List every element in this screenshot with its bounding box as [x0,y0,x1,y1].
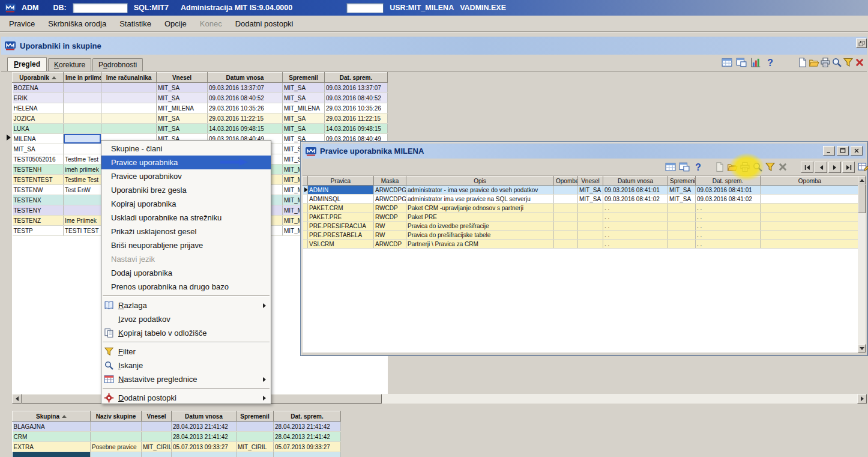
table-cell[interactable]: 28.04.2013 21:41:42 [274,422,341,432]
table-row[interactable]: ERIKMIT_SA09.03.2016 08:40:52MIT_SA09.03… [13,93,388,103]
table-cell[interactable]: ARWCDPG [374,195,406,204]
table-cell[interactable]: MIT_CIRIL [142,442,172,452]
menu-item-dodatni-postopki[interactable]: Dodatni postopki [101,391,271,405]
table-edit-icon[interactable] [858,162,868,172]
menu-item-skupine-lani[interactable]: Skupine - člani [101,142,271,156]
scroll-left-button[interactable] [12,394,22,404]
table-cell[interactable] [64,103,101,113]
table-cell[interactable]: 05.07.2013 09:33:27 [172,442,237,452]
table-cell[interactable]: ADMIN [308,186,374,195]
table-cell[interactable] [142,422,172,432]
table-cell[interactable]: ERIK [13,93,64,103]
table-cell[interactable]: 14.03.2016 09:48:15 [325,124,388,134]
table-cell[interactable] [274,452,341,457]
table-cell[interactable]: 28.04.2013 21:41:42 [274,432,341,442]
table-cell[interactable]: 09.03.2016 08:41:01 [696,186,761,195]
table-cell[interactable]: MIT_CIRIL [237,442,274,452]
table-cell[interactable] [554,231,578,240]
table-cell[interactable] [101,124,157,134]
column-header-opombe[interactable]: Opombe [554,177,578,186]
row-gutter-cell[interactable] [303,222,308,231]
column-header-dat-sprem[interactable]: Dat. sprem. [325,73,388,83]
table-cell[interactable] [91,452,142,457]
column-header-ime-ra-unalnika[interactable]: Ime računalnika [101,73,157,83]
table-row[interactable]: JOZICAMIT_SA29.03.2016 11:22:15MIT_SA29.… [13,113,388,124]
column-header-dat-sprem[interactable]: Dat. sprem. [274,411,341,422]
table-cell[interactable]: VSI.CRM [308,240,374,249]
column-header-datum-vnosa[interactable]: Datum vnosa [603,177,668,186]
menubar-item-pravice[interactable]: Pravice [2,17,41,31]
table-row[interactable]: HELENAMIT_MILENA29.03.2016 10:35:26MIT_M… [13,103,388,113]
new-document-icon[interactable] [797,57,808,68]
column-header-uporabnik[interactable]: Uporabnik [13,73,64,83]
tab-podrobnosti[interactable]: Podrobnosti [92,58,143,71]
scrollbar-thumb[interactable] [858,184,866,213]
table-cell[interactable]: . . [603,231,668,240]
search-icon[interactable] [752,162,763,172]
row-gutter-header[interactable] [303,177,308,186]
table-cell[interactable]: MILENA [13,134,64,144]
table-cell[interactable]: TEST05052016 [13,154,64,165]
menu-item-kopiraj-uporabnika[interactable]: Kopiraj uporabnika [101,197,271,211]
table-cell[interactable]: MIT_SA [157,124,208,134]
scroll-up-button[interactable] [858,176,866,184]
table-row[interactable]: BLAGAJNA28.04.2013 21:41:4228.04.2013 21… [13,422,341,432]
table-cell[interactable] [578,240,603,249]
table-export-icon[interactable] [665,162,676,172]
table-cell[interactable] [668,213,696,222]
table-cell[interactable] [761,195,860,204]
table-cell[interactable] [142,452,172,457]
minimize-button[interactable] [823,146,835,156]
table-cell[interactable]: RW [374,222,406,231]
table-cell[interactable]: MIT_SA [283,113,325,124]
table-cell[interactable] [237,422,274,432]
table-cell[interactable]: PAKET.CRM [308,204,374,213]
table-cell[interactable]: TestIme Test [64,154,101,165]
row-gutter-cell[interactable] [303,240,308,249]
table-cell[interactable] [101,113,157,124]
table-cell[interactable]: 29.03.2016 11:22:15 [208,113,283,124]
table-cell[interactable]: MIT_SA [283,124,325,134]
table-cell[interactable] [64,113,101,124]
db-field[interactable] [73,3,128,13]
table-cell[interactable]: . . [696,222,761,231]
column-header-datum-vnosa[interactable]: Datum vnosa [208,73,283,83]
table-cell[interactable]: Paket PRE [406,213,554,222]
table-cell[interactable]: ARWCDP [374,240,406,249]
row-gutter-cell[interactable] [303,231,308,240]
column-header-vnesel[interactable]: Vnesel [578,177,603,186]
table-cell[interactable]: Pravica do izvedbe prešifracije [406,222,554,231]
table-cell[interactable]: MIT_SA [13,144,64,154]
table-cell[interactable] [101,93,157,103]
table-cell[interactable]: . . [696,213,761,222]
table-cell[interactable]: CRM [13,432,91,442]
table-cell[interactable] [668,204,696,213]
column-header-vnesel[interactable]: Vnesel [157,73,208,83]
table-row[interactable]: PRE.PRESIFRACIJARWPravica do izvedbe pre… [303,222,860,231]
table-cell[interactable] [101,103,157,113]
row-gutter-cell[interactable] [303,195,308,204]
table-cell[interactable]: MIT_SA [157,83,208,93]
vertical-scrollbar[interactable] [858,176,866,353]
row-gutter-cell[interactable] [303,213,308,222]
column-header-datum-vnosa[interactable]: Datum vnosa [172,411,237,422]
table-cell[interactable] [578,231,603,240]
table-cell[interactable]: 05.07.2013 09:33:27 [274,442,341,452]
table-cell[interactable] [91,432,142,442]
table-cell[interactable]: Paket CRM -upravljanje odnosov s partner… [406,204,554,213]
table-cell[interactable]: 09.03.2016 08:40:52 [325,93,388,103]
search-icon[interactable] [831,57,842,68]
close-icon[interactable] [854,57,865,68]
table-cell[interactable] [64,124,101,134]
table-cell[interactable] [578,204,603,213]
column-header-vnesel[interactable]: Vnesel [142,411,172,422]
menu-item-prika-i-usklajenost-gesel[interactable]: Prikaži usklajenost gesel [101,225,271,238]
table-row[interactable]: PAKET.PRERWCDPPaket PRE. .. . [303,213,860,222]
tab-pregled[interactable]: Pregled [7,57,47,71]
table-cell[interactable]: 28.04.2013 21:41:42 [172,432,237,442]
table-cell[interactable]: TESTENW [13,185,64,195]
chart-icon[interactable] [750,57,761,68]
restore-button[interactable] [856,38,867,48]
maximize-button[interactable] [837,146,849,156]
table-cell[interactable] [64,195,101,205]
